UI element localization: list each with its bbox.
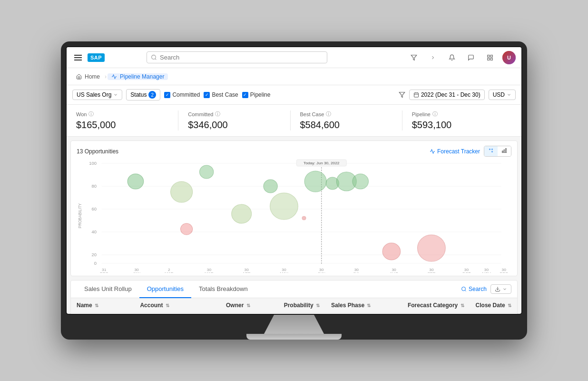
svg-marker-1: [411, 55, 417, 60]
chart-view-btns: [484, 146, 511, 157]
svg-point-61: [181, 223, 193, 235]
svg-text:OCT: OCT: [462, 271, 471, 273]
svg-text:AUG: AUG: [390, 271, 398, 273]
pipeline-checkbox[interactable]: ✓: [242, 92, 248, 98]
svg-point-11: [490, 149, 490, 150]
won-info-icon[interactable]: ⓘ: [88, 110, 94, 118]
svg-point-73: [461, 287, 465, 291]
bestcase-info-icon[interactable]: ⓘ: [326, 110, 331, 118]
sort-icon: ⇅: [367, 303, 371, 308]
menu-icon[interactable]: [72, 53, 84, 62]
svg-point-65: [264, 180, 277, 193]
opportunities-table: Name ⇅ Account ⇅ Owner ⇅: [71, 298, 517, 314]
svg-text:Today: Jun 30, 2022: Today: Jun 30, 2022: [304, 161, 340, 165]
svg-text:NOV: NOV: [482, 271, 491, 273]
svg-rect-7: [414, 93, 418, 97]
svg-point-0: [152, 55, 156, 60]
col-forecast-category[interactable]: Forecast Category ⇅: [402, 298, 470, 313]
pipeline-filter[interactable]: ✓ Pipeline: [242, 91, 271, 98]
cell-close-date: May 25, 2022: [470, 313, 517, 314]
svg-text:MAR: MAR: [205, 271, 214, 273]
avatar[interactable]: U: [502, 51, 516, 64]
scatter-view-btn[interactable]: [484, 146, 498, 156]
bestcase-checkbox[interactable]: ✓: [204, 92, 210, 98]
sort-icon: ⇅: [508, 303, 511, 308]
kpi-bar: Won ⓘ $165,000 Committed ⓘ $346,000 Best…: [67, 105, 521, 137]
chevron-down-icon: [507, 92, 511, 97]
bottom-section: Sales Unit Rollup Opportunities Totals B…: [70, 280, 518, 314]
col-owner[interactable]: Owner ⇅: [220, 298, 278, 313]
svg-point-66: [302, 216, 306, 220]
org-filter[interactable]: US Sales Org: [72, 90, 122, 100]
calendar-icon: [413, 92, 419, 98]
svg-rect-15: [504, 150, 505, 153]
committed-info-icon[interactable]: ⓘ: [215, 110, 220, 118]
svg-rect-16: [506, 149, 507, 153]
committed-filter[interactable]: ✓ Committed: [164, 91, 200, 98]
search-input[interactable]: [160, 54, 323, 61]
chart-container: 13 Opportunities Forecast Tracker: [70, 140, 518, 276]
svg-rect-4: [490, 58, 492, 60]
sort-icon: ⇅: [166, 303, 169, 308]
grid-icon[interactable]: [483, 51, 497, 64]
filter-bar-right: 2022 (Dec 31 - Dec 30) USD: [399, 90, 516, 100]
svg-text:20: 20: [92, 252, 97, 257]
tab-sales-unit-rollup[interactable]: Sales Unit Rollup: [77, 281, 139, 298]
svg-text:DEC: DEC: [500, 271, 508, 273]
kpi-won: Won ⓘ $165,000: [74, 110, 178, 130]
bestcase-filter[interactable]: ✓ Best Case: [204, 91, 238, 98]
chevron-right-icon[interactable]: [426, 51, 440, 64]
bell-icon[interactable]: [445, 51, 459, 64]
currency-filter[interactable]: USD: [489, 90, 516, 100]
cell-account: Dallas Electronic Technologies: [134, 313, 220, 314]
export-btn[interactable]: [490, 284, 511, 294]
svg-marker-6: [399, 92, 405, 98]
tab-opportunities[interactable]: Opportunities: [139, 281, 191, 298]
svg-point-62: [199, 165, 213, 179]
cell-forecast-category: Best Case: [402, 313, 470, 314]
sort-icon: ⇅: [246, 303, 250, 308]
chevron-down-icon: [502, 287, 507, 291]
svg-text:MAY: MAY: [280, 271, 288, 273]
date-filter[interactable]: 2022 (Dec 31 - Dec 30): [409, 90, 485, 100]
filter-bar: US Sales Org Status 2 ✓ Committed ✓: [67, 85, 521, 105]
col-close-date[interactable]: Close Date ⇅: [470, 298, 517, 313]
svg-point-64: [270, 193, 298, 220]
sap-logo: SAP: [88, 53, 105, 62]
svg-text:100: 100: [89, 161, 97, 166]
col-name[interactable]: Name ⇅: [71, 298, 134, 313]
col-probability[interactable]: Probability ⇅: [278, 298, 325, 313]
chart-actions: Forecast Tracker: [430, 146, 511, 157]
breadcrumb-home[interactable]: Home: [72, 73, 104, 80]
svg-text:JAN: JAN: [133, 271, 140, 273]
tab-totals-breakdown[interactable]: Totals Breakdown: [191, 281, 255, 298]
breadcrumb: Home › Pipeline Manager: [67, 68, 521, 85]
cell-owner: US SalesMan SAP: [220, 313, 278, 314]
svg-point-70: [353, 174, 369, 189]
svg-text:60: 60: [92, 207, 97, 211]
svg-text:80: 80: [92, 184, 97, 189]
svg-text:MAR: MAR: [165, 271, 174, 273]
forecast-icon: [430, 149, 435, 154]
table-search-btn[interactable]: Search: [461, 286, 487, 292]
chart-title: 13 Opportunities: [77, 148, 118, 155]
committed-checkbox[interactable]: ✓: [164, 92, 170, 98]
svg-point-59: [127, 174, 144, 189]
search-bar[interactable]: [147, 51, 327, 63]
tab-actions: Search: [461, 284, 511, 294]
col-sales-phase[interactable]: Sales Phase ⇅: [325, 298, 402, 313]
svg-point-13: [492, 149, 493, 150]
filter-icon[interactable]: [407, 51, 421, 64]
cell-sales-phase: Develop Value Proposition: [325, 313, 402, 314]
breadcrumb-current[interactable]: Pipeline Manager: [108, 73, 168, 80]
pipeline-info-icon[interactable]: ⓘ: [432, 110, 438, 118]
svg-text:DEC: DEC: [100, 271, 108, 273]
status-filter[interactable]: Status 2: [126, 89, 160, 100]
bar-view-btn[interactable]: [498, 146, 511, 156]
svg-text:SEP: SEP: [428, 271, 436, 273]
col-account[interactable]: Account ⇅: [134, 298, 220, 313]
message-icon[interactable]: [464, 51, 478, 64]
filter-icon-right[interactable]: [399, 91, 405, 98]
table-row[interactable]: Strategic Deal in Q2 Dallas Electronic T…: [71, 313, 517, 314]
forecast-tracker-btn[interactable]: Forecast Tracker: [430, 148, 480, 155]
